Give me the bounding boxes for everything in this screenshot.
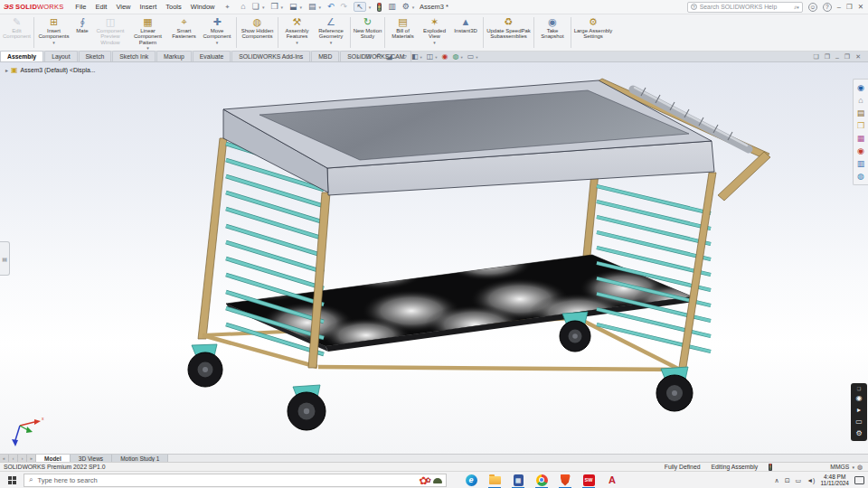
save-caret-icon[interactable]: ▾ [300, 5, 303, 10]
home-icon[interactable]: ⌂ [241, 3, 245, 11]
dropdown-caret-icon[interactable]: ▾ [52, 41, 55, 45]
caret-icon[interactable]: ▾ [476, 55, 477, 60]
caster-front-right[interactable] [656, 367, 693, 411]
caster-rear-right[interactable] [560, 312, 590, 352]
search-caret-icon[interactable]: ▾ [797, 5, 799, 10]
ribbon-button-exploded-view[interactable]: ✶ Exploded View ▾ [419, 14, 450, 51]
close-button[interactable]: ✕ [858, 3, 863, 11]
ribbon-button-mate[interactable]: ∮ Mate [71, 14, 93, 51]
tab-assembly[interactable]: Assembly [0, 51, 43, 61]
menu-window[interactable]: Window [191, 3, 215, 11]
doc-restore-icon[interactable]: ❐ [844, 53, 850, 61]
capture-settings-icon[interactable]: ⚙ [855, 427, 862, 439]
dropdown-caret-icon[interactable]: ▾ [330, 41, 333, 45]
save-icon[interactable]: ⬓ [289, 3, 297, 11]
tab-markup[interactable]: Markup [156, 51, 192, 61]
feature-manager-tree-root[interactable]: ▸ ▣ Assem3 (Default) <Displa... [5, 66, 96, 74]
home-tab-icon[interactable]: ⌂ [858, 94, 863, 107]
forum-icon[interactable]: ◍ [857, 170, 864, 183]
collapsed-panel-tab[interactable]: ▤ [0, 241, 10, 276]
help-search-box[interactable]: ? Search SOLIDWORKS Help ⌕ ▾ [687, 2, 803, 13]
ribbon-button-instant3d[interactable]: ▲ Instant3D [450, 14, 481, 51]
help-icon[interactable]: ? [823, 3, 832, 12]
menu-view[interactable]: View [116, 3, 130, 11]
ribbon-button-update-speedpak-subassemblies[interactable]: ♻ Update SpeedPak Subassemblies [486, 14, 532, 51]
tab-mbd[interactable]: MBD [311, 51, 339, 61]
file-explorer-icon[interactable]: ❒ [857, 119, 864, 132]
start-button[interactable] [0, 472, 24, 488]
camera-icon[interactable]: ◉ [856, 392, 863, 404]
tab-scroll-prev[interactable]: ‹ [9, 455, 18, 462]
dropdown-caret-icon[interactable]: ▾ [216, 41, 219, 45]
options-grid-icon[interactable]: ▥ [388, 3, 396, 11]
caret-icon[interactable]: ▾ [435, 55, 437, 60]
ribbon-button-edit-component[interactable]: ✎ Edit Component [2, 14, 32, 51]
restore-button[interactable]: ❐ [846, 3, 853, 11]
tab-solidworks-add-ins[interactable]: SOLIDWORKS Add-Ins [231, 51, 310, 61]
caster-rear-left[interactable] [188, 344, 222, 387]
ribbon-button-component-preview-window[interactable]: ◫ Component Preview Window [93, 14, 127, 51]
section-view-icon[interactable]: ◪ [386, 53, 393, 61]
ribbon-button-smart-fasteners[interactable]: ⌖ Smart Fasteners [168, 14, 200, 51]
ribbon-button-assembly-features[interactable]: ⚒ Assembly Features ▾ [280, 14, 314, 51]
tray-volume-icon[interactable]: ◄) [807, 477, 815, 483]
units-caret-icon[interactable]: ▾ [852, 465, 854, 470]
taskbar-edge[interactable]: e [459, 472, 483, 488]
rebuild-status-icon[interactable] [769, 464, 772, 471]
tab-motion-study-1[interactable]: Motion Study 1 [112, 455, 168, 462]
mini-window-icon[interactable]: ❑ [857, 385, 861, 392]
annotation-views-icon[interactable]: ▱ [401, 53, 407, 61]
custom-properties-icon[interactable]: ▥ [857, 157, 865, 170]
apply-scene-icon[interactable]: ◍ [453, 53, 459, 61]
caster-front-left[interactable] [288, 385, 326, 430]
video-record-icon[interactable]: ▸ [857, 404, 861, 416]
select-tool-icon[interactable]: ↖ [354, 2, 366, 12]
pin-menu-icon[interactable]: ✦ [224, 4, 230, 11]
edit-appearance-icon[interactable]: ◉ [442, 53, 448, 61]
tray-app-icon[interactable]: ⊡ [785, 477, 790, 483]
taskbar-file-explorer[interactable] [483, 472, 506, 488]
pane-left-icon[interactable]: ❏ [813, 53, 818, 61]
status-globe-icon[interactable]: ◍ [857, 464, 863, 471]
ribbon-button-large-assembly-settings[interactable]: ⚙ Large Assembly Settings [573, 14, 613, 51]
menu-tools[interactable]: Tools [165, 3, 182, 11]
taskbar-chrome[interactable] [530, 472, 553, 488]
view-palette-icon[interactable]: ▦ [857, 132, 865, 145]
caret-icon[interactable]: ▾ [394, 55, 396, 60]
view-settings-icon[interactable]: ▭ [467, 53, 475, 61]
dropdown-caret-icon[interactable]: ▾ [433, 41, 436, 45]
action-center-icon[interactable] [854, 476, 864, 484]
ribbon-button-move-component[interactable]: ✚ Move Component ▾ [200, 14, 234, 51]
print-caret-icon[interactable]: ▾ [319, 5, 322, 10]
ribbon-button-take-snapshot[interactable]: ◉ Take Snapshot [536, 14, 569, 51]
caret-icon[interactable]: ▾ [420, 55, 421, 60]
open-caret-icon[interactable]: ▾ [280, 5, 283, 10]
taskbar-calculator[interactable]: ▦ [506, 472, 530, 488]
pane-right-icon[interactable]: ❐ [825, 53, 830, 61]
tab-layout[interactable]: Layout [44, 51, 77, 61]
tab-scroll-first[interactable]: « [0, 455, 9, 462]
open-icon[interactable]: ❒ [270, 3, 278, 11]
taskbar-autocad[interactable]: A [600, 472, 624, 488]
select-caret-icon[interactable]: ▾ [369, 5, 372, 10]
assembly-root-label[interactable]: Assem3 (Default) <Displa... [21, 67, 96, 73]
search-input[interactable]: Search SOLIDWORKS Help [700, 4, 792, 10]
undo-icon[interactable]: ↶ [327, 3, 335, 11]
dropdown-caret-icon[interactable]: ▾ [296, 41, 298, 45]
ribbon-button-insert-components[interactable]: ⊞ Insert Components ▾ [36, 14, 71, 51]
tab-model[interactable]: Model [36, 455, 71, 462]
tab-scroll-next[interactable]: › [18, 455, 27, 462]
right-rack-slats[interactable] [597, 186, 711, 352]
rebuild-traffic-light-icon[interactable] [377, 3, 382, 12]
tray-display-icon[interactable]: ▭ [796, 477, 802, 483]
display-style-icon[interactable]: ◫ [427, 53, 434, 61]
settings-caret-icon[interactable]: ▾ [412, 5, 415, 10]
doc-minimize-icon[interactable]: – [835, 54, 839, 61]
caret-icon[interactable]: ▾ [461, 55, 463, 60]
hidden-icons-caret[interactable]: ∧ [775, 477, 779, 483]
design-library-icon[interactable]: ▤ [857, 107, 865, 119]
ribbon-button-show-hidden-components[interactable]: ◍ Show Hidden Components [239, 14, 276, 51]
menu-file[interactable]: File [75, 3, 86, 11]
new-caret-icon[interactable]: ▾ [262, 5, 265, 10]
tree-expand-arrow-icon[interactable]: ▸ [5, 67, 8, 73]
